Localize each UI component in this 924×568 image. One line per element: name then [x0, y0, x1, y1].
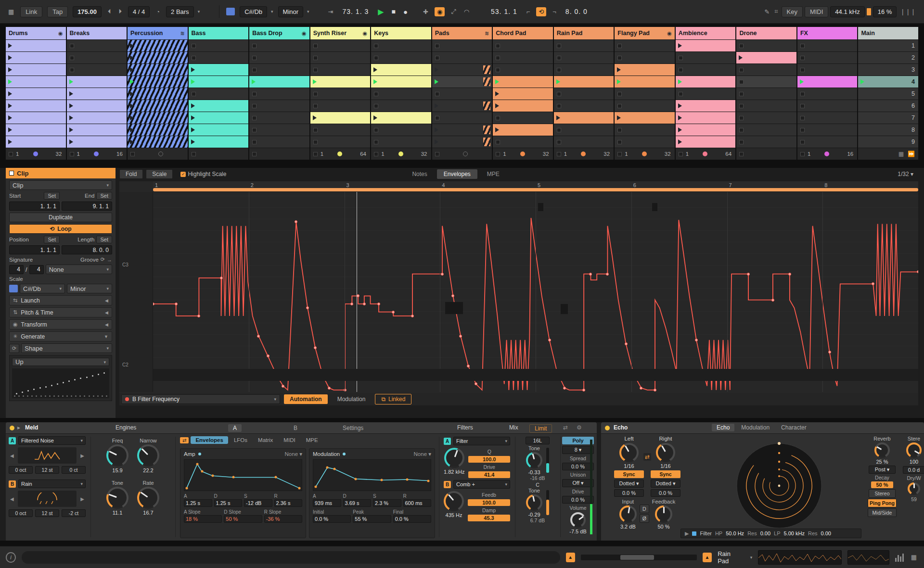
- filter-a-freq-knob[interactable]: 1.82 kHz: [444, 448, 464, 475]
- stop-button[interactable]: [739, 92, 744, 96]
- transform-section-header[interactable]: ◉Transform◀: [9, 319, 112, 329]
- clip-slot[interactable]: [67, 136, 127, 148]
- circle-icon[interactable]: ◉: [58, 30, 63, 37]
- clip-play-icon[interactable]: [130, 55, 134, 60]
- track-header[interactable]: Synth Riser◉: [310, 27, 371, 39]
- clip-slot[interactable]: [736, 88, 796, 100]
- duplicate-button[interactable]: Duplicate: [9, 213, 112, 222]
- spread-value[interactable]: 0.0 %: [562, 463, 594, 470]
- amp-route-selector[interactable]: None ▾: [285, 451, 302, 457]
- stop-button[interactable]: [617, 140, 622, 144]
- echo-left-sync-button[interactable]: Sync: [614, 470, 644, 478]
- echo-phase-button[interactable]: Ø: [640, 514, 649, 523]
- stop-button[interactable]: [435, 92, 439, 96]
- clip-slot[interactable]: [615, 40, 675, 51]
- clip-slot[interactable]: [6, 88, 66, 100]
- tab-mpe[interactable]: MPE: [480, 169, 506, 179]
- clip-slot[interactable]: [736, 136, 796, 148]
- mod-route-selector[interactable]: None ▾: [414, 451, 431, 457]
- tempo-field[interactable]: 175.00: [73, 6, 102, 17]
- clip-slot[interactable]: [797, 52, 858, 63]
- stop-button[interactable]: [435, 152, 439, 156]
- unison-value[interactable]: Off ▾: [562, 479, 594, 487]
- clip-slot[interactable]: [310, 52, 371, 63]
- knob-dial[interactable]: [526, 494, 542, 511]
- stop-button[interactable]: [617, 104, 622, 108]
- envelope-target-selector[interactable]: B Filter Frequency ▾: [121, 394, 280, 404]
- clip-play-icon[interactable]: [8, 139, 12, 144]
- clip-play-icon[interactable]: [678, 43, 682, 48]
- grid-mode-icon[interactable]: ▦: [898, 151, 904, 157]
- clip-slot[interactable]: [493, 112, 553, 124]
- clip-slot[interactable]: [615, 64, 675, 76]
- time-signature-field[interactable]: 4 / 4: [128, 6, 150, 17]
- clip-slot[interactable]: [6, 136, 66, 148]
- engine-a-selector[interactable]: Filtered Noise▾: [18, 436, 86, 445]
- hp-freq-value[interactable]: 50.0 Hz: [726, 530, 744, 536]
- clip-end-field[interactable]: 9. 1. 1: [62, 202, 112, 211]
- scale-name-selector[interactable]: Minor▾: [67, 284, 112, 293]
- clip-slot[interactable]: [676, 40, 736, 51]
- stop-button[interactable]: [435, 56, 439, 60]
- breakpoint[interactable]: [328, 387, 331, 390]
- stop-button[interactable]: [496, 56, 500, 60]
- filter-b-feedback-value[interactable]: 100.0: [468, 499, 510, 506]
- clip-play-icon[interactable]: [678, 115, 682, 120]
- stop-button[interactable]: [374, 152, 378, 156]
- breakpoint[interactable]: [175, 303, 178, 305]
- meld-tab-envelopes[interactable]: Envelopes: [191, 436, 228, 444]
- envelope-node[interactable]: [406, 478, 409, 480]
- nudge-down-icon[interactable]: ⏴: [106, 7, 113, 16]
- clip-slot[interactable]: [249, 64, 309, 76]
- clip-slot[interactable]: [615, 52, 675, 63]
- clip-slot[interactable]: [128, 76, 188, 88]
- clip-play-icon[interactable]: [69, 127, 73, 132]
- clip-play-icon[interactable]: [191, 67, 195, 72]
- knob-dial[interactable]: [570, 512, 586, 528]
- stop-button[interactable]: [192, 56, 196, 60]
- filter-b-type-selector[interactable]: Comb +▾: [453, 480, 510, 489]
- clip-slot[interactable]: [128, 88, 188, 100]
- meld-tab-matrix[interactable]: Matrix: [253, 436, 278, 444]
- grid-icon[interactable]: ⌗: [773, 7, 779, 16]
- param-value[interactable]: 55 %: [353, 515, 391, 523]
- stop-button[interactable]: [70, 152, 74, 156]
- clip-slot[interactable]: [797, 136, 858, 148]
- clip-slot[interactable]: [554, 76, 614, 88]
- clip-slot[interactable]: [736, 52, 796, 63]
- clip-play-icon[interactable]: [556, 79, 560, 84]
- stop-button[interactable]: [374, 128, 378, 132]
- param-value[interactable]: 2.36 s: [274, 499, 303, 507]
- loop-length-field[interactable]: 8. 0. 0: [563, 6, 590, 17]
- knob-dial[interactable]: [619, 505, 637, 523]
- clip-play-icon[interactable]: [8, 103, 12, 108]
- clip-slot[interactable]: [6, 112, 66, 124]
- clip-overview-secondary[interactable]: [847, 550, 889, 565]
- clip-slot[interactable]: [6, 40, 66, 51]
- stop-button[interactable]: [496, 140, 500, 144]
- engine-a-semitone[interactable]: 12 st: [35, 466, 59, 474]
- knob-dial[interactable]: [655, 505, 672, 523]
- stop-button[interactable]: [739, 116, 744, 120]
- stop-button[interactable]: [496, 68, 500, 72]
- breakpoint[interactable]: [257, 335, 260, 338]
- loop-brace[interactable]: [153, 188, 918, 191]
- scene-play-icon[interactable]: [860, 79, 864, 84]
- breakpoint[interactable]: [282, 385, 284, 388]
- clip-slot[interactable]: [67, 76, 127, 88]
- clip-slot[interactable]: [797, 112, 858, 124]
- stop-button[interactable]: [252, 116, 257, 120]
- clip-slot[interactable]: [736, 100, 796, 112]
- stop-button[interactable]: [557, 92, 561, 96]
- ping-pong-button[interactable]: Ping Pong: [868, 499, 897, 507]
- link-button[interactable]: Link: [20, 6, 42, 17]
- param-value[interactable]: 939 ms: [313, 499, 341, 507]
- follow-icon[interactable]: ⇥: [327, 7, 335, 16]
- clip-slot[interactable]: [615, 76, 675, 88]
- clip-slot[interactable]: [432, 76, 492, 88]
- stop-button[interactable]: [739, 68, 744, 72]
- stop-button[interactable]: [252, 104, 257, 108]
- echo-d-button[interactable]: D: [640, 505, 649, 513]
- fold-button[interactable]: Fold: [119, 169, 143, 179]
- groove-selector[interactable]: None▾: [46, 265, 112, 274]
